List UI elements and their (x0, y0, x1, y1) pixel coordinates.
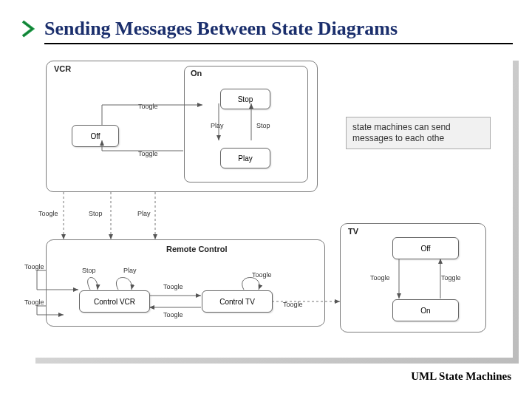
state-vcr-off: Off (72, 125, 119, 147)
remote-panel: Remote Control Control VCR Control TV St… (46, 239, 325, 327)
label-remote-toggle-left-up: Toogle (24, 263, 44, 270)
label-toggle-bottom: Toogle (163, 311, 183, 318)
label-bridge-play: Play (137, 210, 151, 217)
label-bridge-toggle: Toogle (38, 210, 58, 217)
note-line-2: messages to each othe (352, 133, 484, 144)
label-toggle-tv-self: Toogle (252, 271, 272, 279)
vcr-panel: VCR On Stop Play Off Toogle Toggle Play … (46, 61, 318, 192)
vcr-title: VCR (54, 64, 71, 73)
state-tv-on: On (392, 299, 459, 321)
state-play: Play (220, 148, 270, 168)
vcr-on-subpanel: On Stop Play (184, 66, 308, 183)
diagram-stage: VCR On Stop Play Off Toogle Toggle Play … (30, 55, 513, 358)
footer-text: UML State Machines (411, 370, 511, 383)
state-control-tv: Control TV (202, 290, 273, 313)
label-stop-self: Stop (82, 267, 96, 274)
chevron-right-icon (19, 18, 40, 39)
label-play-self: Play (123, 267, 137, 274)
tv-title: TV (348, 227, 358, 236)
label-toggle-top: Toogle (163, 283, 183, 290)
remote-title: Remote Control (166, 245, 228, 253)
vcr-on-title: On (191, 69, 202, 78)
note-line-1: state machines can send (352, 122, 484, 133)
label-toggle-off-stop: Toogle (138, 103, 158, 110)
header: Sending Messages Between State Diagrams (19, 18, 513, 40)
label-tv-toggle-up: Toggle (441, 274, 461, 282)
state-control-vcr: Control VCR (79, 290, 150, 313)
label-stop-up: Stop (256, 122, 270, 129)
state-stop: Stop (220, 89, 270, 109)
label-bridge-stop: Stop (89, 210, 103, 217)
label-remote-toggle-left-down: Toogle (24, 299, 44, 306)
label-toggle-stop-off: Toggle (138, 150, 158, 157)
label-toggle-out: Toogle (283, 301, 303, 308)
note-box: state machines can send messages to each… (346, 117, 491, 149)
title-underline (44, 43, 513, 44)
page-title: Sending Messages Between State Diagrams (44, 18, 398, 40)
label-play-down: Play (211, 122, 224, 129)
tv-panel: TV Off On Toogle Toggle (340, 223, 486, 332)
label-tv-toggle-down: Toogle (370, 274, 390, 282)
state-tv-off: Off (392, 237, 459, 259)
